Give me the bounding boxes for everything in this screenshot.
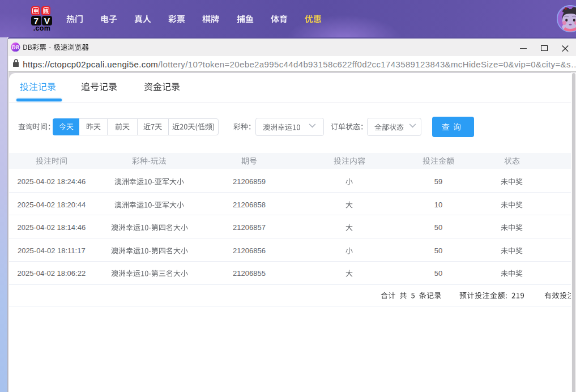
svg-text:V: V <box>44 16 50 25</box>
svg-text:.com: .com <box>33 25 50 32</box>
svg-text:7: 7 <box>33 16 39 25</box>
svg-text:DB: DB <box>11 44 20 50</box>
